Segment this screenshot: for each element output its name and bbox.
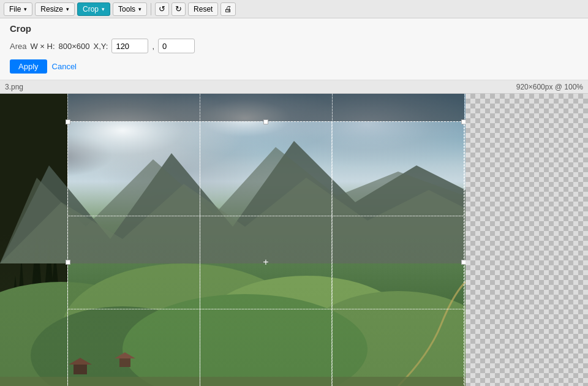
crop-controls: Area W × H: 800×600 X,Y: , xyxy=(10,39,578,53)
apply-button[interactable]: Apply xyxy=(10,59,47,74)
area-label: Area xyxy=(10,42,26,51)
toolbar-separator xyxy=(151,3,151,15)
x-input[interactable] xyxy=(111,39,148,53)
crop-menu-label: Crop xyxy=(83,5,99,13)
transparent-area xyxy=(466,94,588,386)
xy-label: X,Y: xyxy=(94,42,108,51)
filename-label: 3.png xyxy=(5,83,23,91)
resize-menu-label: Resize xyxy=(40,5,63,13)
svg-rect-14 xyxy=(0,377,466,386)
dimensions-value: 800×600 xyxy=(59,42,90,51)
cancel-button[interactable]: Cancel xyxy=(52,59,77,74)
v-divider-2 xyxy=(200,94,200,386)
crop-chevron-icon: ▾ xyxy=(102,6,105,12)
print-button[interactable]: 🖨 xyxy=(221,2,236,16)
v-divider-1 xyxy=(67,94,68,386)
comma-separator: , xyxy=(152,42,154,51)
canvas-viewport[interactable]: + xyxy=(0,94,588,386)
panel-title: Crop xyxy=(10,23,578,34)
svg-rect-9 xyxy=(0,233,466,386)
resize-chevron-icon: ▾ xyxy=(66,6,69,12)
dim-top xyxy=(67,94,464,121)
svg-rect-10 xyxy=(119,358,130,367)
svg-rect-12 xyxy=(74,365,87,374)
undo-button[interactable]: ↺ xyxy=(155,2,169,16)
print-icon: 🖨 xyxy=(224,4,232,13)
v-divider-3 xyxy=(332,94,333,386)
y-input[interactable] xyxy=(158,39,195,53)
hills-layer xyxy=(0,233,466,386)
v-divider-4 xyxy=(464,94,465,386)
dimensions-label: W × H: xyxy=(30,42,55,51)
redo-button[interactable]: ↻ xyxy=(172,2,186,16)
tools-menu-label: Tools xyxy=(118,5,135,13)
tools-menu-button[interactable]: Tools ▾ xyxy=(113,2,147,16)
file-menu-label: File xyxy=(9,5,21,13)
zoom-label: 100% xyxy=(564,83,583,91)
file-chevron-icon: ▾ xyxy=(24,6,27,12)
crop-panel: Crop Area W × H: 800×600 X,Y: , Apply Ca… xyxy=(0,18,588,80)
canvas-info: 920×600px @ 100% xyxy=(516,83,583,91)
redo-icon: ↻ xyxy=(175,4,182,13)
crop-menu-button[interactable]: Crop ▾ xyxy=(77,2,110,16)
canvas-header: 3.png 920×600px @ 100% xyxy=(0,80,588,94)
tools-chevron-icon: ▾ xyxy=(138,6,141,12)
file-menu-button[interactable]: File ▾ xyxy=(4,2,32,16)
resize-menu-button[interactable]: Resize ▾ xyxy=(35,2,75,16)
image-container: + xyxy=(0,94,466,386)
content-area: Crop Area W × H: 800×600 X,Y: , Apply Ca… xyxy=(0,18,588,386)
undo-icon: ↺ xyxy=(159,4,165,13)
resolution-label: 920×600px @ xyxy=(516,83,565,91)
canvas-section: 3.png 920×600px @ 100% xyxy=(0,80,588,386)
panel-actions: Apply Cancel xyxy=(10,59,578,74)
reset-button[interactable]: Reset xyxy=(188,2,218,16)
toolbar: File ▾ Resize ▾ Crop ▾ Tools ▾ ↺ ↻ Reset… xyxy=(0,0,588,18)
reset-label: Reset xyxy=(194,5,213,13)
